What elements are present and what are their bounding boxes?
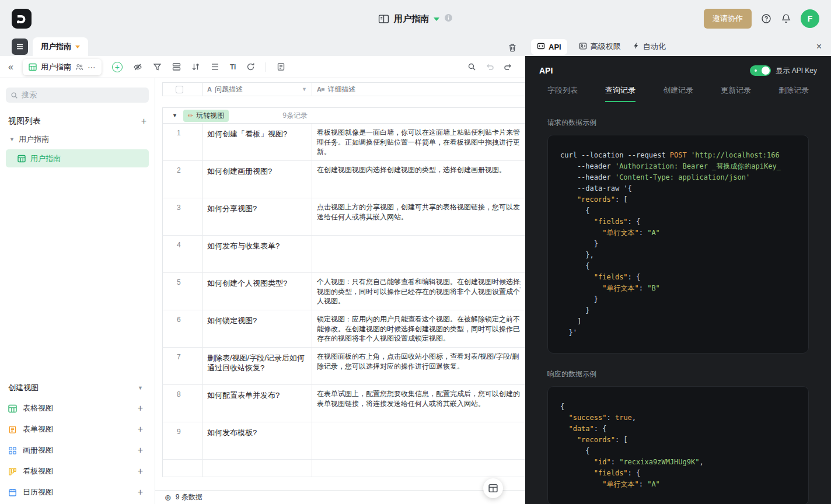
redo-icon[interactable] xyxy=(504,62,512,71)
detail-cell[interactable]: 在视图面板的右上角，点击回收站小图标，查看对表/视图/字段/删除记录，您可以选择… xyxy=(312,348,525,384)
detail-cell[interactable] xyxy=(312,422,525,459)
question-cell[interactable]: 如何发布与收集表单? xyxy=(202,236,312,272)
detail-cell[interactable]: 锁定视图：应用内的用户只能查看这个视图。在被解除锁定之前不能修改。在创建视图的时… xyxy=(312,310,525,346)
view-switcher-button[interactable] xyxy=(483,478,503,498)
view-type-gallery[interactable]: 画册视图+ xyxy=(0,440,155,461)
row-number-cell[interactable]: 9 xyxy=(163,422,202,459)
active-view-tab[interactable]: 用户指南 ⋯ xyxy=(23,59,102,75)
row-number-cell[interactable]: 5 xyxy=(163,273,202,310)
view-type-kanban[interactable]: 看板视图+ xyxy=(0,461,155,482)
tree-node-folder[interactable]: ▼ 用户指南 xyxy=(0,131,155,148)
add-view-icon[interactable]: + xyxy=(138,404,143,413)
view-type-calendar[interactable]: 日历视图+ xyxy=(0,482,155,503)
more-options-icon[interactable]: ⋯ xyxy=(88,62,96,72)
row-number-cell[interactable]: 4 xyxy=(163,236,202,272)
question-cell[interactable]: 如何分享视图? xyxy=(202,198,312,235)
page-title: 用户指南 xyxy=(394,13,429,24)
detail-cell[interactable] xyxy=(312,236,525,272)
trash-icon[interactable] xyxy=(508,43,517,52)
tree-node-datasheet-active[interactable]: 用户指南 xyxy=(6,149,149,167)
question-cell[interactable]: 如何创建个人视图类型? xyxy=(202,273,312,310)
hide-fields-icon[interactable] xyxy=(133,62,142,72)
row-number-cell[interactable]: 2 xyxy=(163,161,202,198)
table-row[interactable]: 2如何创建画册视图?在创建视图视图内选择创建视图的类型，选择创建画册视图。 xyxy=(162,161,525,198)
add-view-icon[interactable]: + xyxy=(138,467,143,476)
question-cell[interactable]: 如何配置表单并发布? xyxy=(202,385,312,422)
view-type-form[interactable]: 表单视图+ xyxy=(0,419,155,440)
sort-icon[interactable] xyxy=(191,62,200,71)
group-icon[interactable] xyxy=(172,62,181,71)
collapse-views-icon[interactable]: « xyxy=(8,62,12,72)
column-header-question[interactable]: A 问题描述 ▼ xyxy=(202,83,312,96)
column-header-detail[interactable]: A≡ 详细描述 xyxy=(312,83,525,96)
question-cell[interactable]: 如何创建「看板」视图? xyxy=(202,124,312,160)
table-row[interactable]: 8如何配置表单并发布?在表单试图上，配置您想要收集信息，配置完成后，您可以创建的… xyxy=(162,385,525,422)
detail-cell[interactable]: 在创建视图视图内选择创建视图的类型，选择创建画册视图。 xyxy=(312,161,525,197)
filter-icon[interactable] xyxy=(153,62,162,71)
api-key-toggle[interactable] xyxy=(750,65,771,76)
close-icon[interactable]: × xyxy=(816,42,822,51)
form-icon[interactable] xyxy=(277,62,285,71)
question-cell[interactable]: 删除表/视图/字段/记录后如何通过回收站恢复? xyxy=(202,348,312,384)
question-cell[interactable]: 如何锁定视图? xyxy=(202,310,312,347)
tab-api[interactable]: API xyxy=(531,39,567,55)
detail-cell[interactable]: 点击视图上方的分享视图，创建可共享的表格视图链接，您可以发送给任何人或将其嵌入网… xyxy=(312,198,525,235)
row-number-cell[interactable]: 8 xyxy=(163,385,202,422)
panel-resize-handle[interactable]: ⋮ xyxy=(516,279,525,290)
app-logo[interactable] xyxy=(12,9,32,29)
table-row[interactable]: 3如何分享视图?点击视图上方的分享视图，创建可共享的表格视图链接，您可以发送给任… xyxy=(162,198,525,236)
question-cell[interactable]: 如何创建画册视图? xyxy=(202,161,312,198)
checkbox-icon[interactable] xyxy=(176,86,183,93)
tab-advanced-permissions[interactable]: 高级权限 xyxy=(579,41,621,52)
api-tab-删除记录[interactable]: 删除记录 xyxy=(778,85,809,102)
table-row[interactable]: 1如何创建「看板」视图?看板视图就像是一面白墙，你可以在这面墙上粘贴便利贴卡片来… xyxy=(162,124,525,161)
add-node-button[interactable]: + xyxy=(141,117,146,126)
table-row[interactable]: 6如何锁定视图?锁定视图：应用内的用户只能查看这个视图。在被解除锁定之前不能修改… xyxy=(162,310,525,348)
detail-cell[interactable]: 看板视图就像是一面白墙，你可以在这面墙上粘贴便利贴卡片来管理任务。正如调换便利贴… xyxy=(312,124,525,160)
add-view-icon[interactable]: + xyxy=(138,488,143,497)
table-row[interactable]: 4如何发布与收集表单? xyxy=(162,236,525,273)
row-number-cell[interactable]: 3 xyxy=(163,198,202,235)
chevron-down-icon[interactable]: ▼ xyxy=(302,86,307,92)
question-cell[interactable]: 如何发布模板? xyxy=(202,422,312,459)
row-height-icon[interactable] xyxy=(211,62,219,71)
search-input[interactable]: 搜索 xyxy=(6,88,149,103)
field-titles-icon[interactable]: Ti xyxy=(230,63,236,71)
tab-user-guide[interactable]: 用户指南 xyxy=(33,37,88,56)
api-tab-查询记录[interactable]: 查询记录 xyxy=(605,85,636,102)
notifications-bell-icon[interactable] xyxy=(781,13,791,24)
sync-icon[interactable] xyxy=(246,62,255,71)
detail-cell[interactable]: 个人视图：只有您自己能够查看和编辑视图。在创建视图时候选择视图的类型，同时可以操… xyxy=(312,273,525,309)
table-row[interactable]: 5如何创建个人视图类型?个人视图：只有您自己能够查看和编辑视图。在创建视图时候选… xyxy=(162,273,525,310)
invite-collaborate-button[interactable]: 邀请协作 xyxy=(704,9,752,29)
document-title-group[interactable]: 用户指南 xyxy=(378,13,453,24)
select-all-cell[interactable] xyxy=(163,83,202,96)
add-view-icon[interactable]: + xyxy=(138,425,143,434)
add-record-icon[interactable]: ⊕ xyxy=(165,494,172,502)
view-type-grid[interactable]: 表格视图+ xyxy=(0,398,155,419)
help-icon[interactable] xyxy=(761,13,771,24)
request-code-block[interactable]: curl --location --request POST 'http://l… xyxy=(547,135,809,354)
undo-icon[interactable] xyxy=(486,62,494,71)
search-icon[interactable] xyxy=(467,62,476,71)
table-row[interactable]: 7删除表/视图/字段/记录后如何通过回收站恢复?在视图面板的右上角，点击回收站小… xyxy=(162,348,525,385)
user-avatar[interactable]: F xyxy=(801,9,819,28)
api-tab-更新记录[interactable]: 更新记录 xyxy=(721,85,751,102)
api-tab-创建记录[interactable]: 创建记录 xyxy=(663,85,693,102)
add-view-icon[interactable]: + xyxy=(138,446,143,455)
row-number-cell[interactable]: 7 xyxy=(163,348,202,384)
menu-hamburger-button[interactable] xyxy=(12,38,28,55)
empty-row[interactable] xyxy=(162,460,525,477)
table-row[interactable]: 9如何发布模板? xyxy=(162,422,525,460)
row-number-cell[interactable]: 6 xyxy=(163,310,202,347)
chevron-down-icon[interactable] xyxy=(434,18,439,21)
tab-automation[interactable]: 自动化 xyxy=(633,41,666,52)
row-number-cell[interactable]: 1 xyxy=(163,124,202,160)
detail-cell[interactable]: 在表单试图上，配置您想要收集信息，配置完成后，您可以创建的表单视图链接，将连接发… xyxy=(312,385,525,421)
response-code-block[interactable]: { "success": true, "data": { "records": … xyxy=(547,386,809,504)
view-toolbar: « 用户指南 ⋯ + xyxy=(0,56,525,78)
create-view-header[interactable]: 创建视图 ▼ xyxy=(0,378,155,398)
group-header-row[interactable]: ▼ ✏ 玩转视图 9条记录 xyxy=(162,107,525,124)
api-tab-字段列表[interactable]: 字段列表 xyxy=(547,85,578,102)
add-view-button[interactable]: + xyxy=(112,62,123,72)
